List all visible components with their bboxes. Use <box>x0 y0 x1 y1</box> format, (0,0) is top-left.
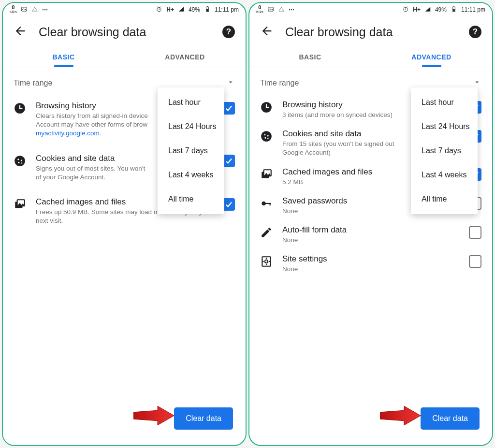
status-kbs-unit: KB/s <box>256 10 263 14</box>
battery-icon <box>204 6 211 14</box>
back-button[interactable] <box>14 24 27 40</box>
menu-opt-last-hour[interactable]: Last hour <box>411 90 478 115</box>
status-kbs: 0 <box>258 4 261 10</box>
status-clock: 11:11 pm <box>215 6 239 13</box>
page-title: Clear browsing data <box>285 25 457 39</box>
alarm-icon <box>156 6 162 14</box>
myactivity-link[interactable]: myactivity.google.com <box>36 130 100 137</box>
help-button[interactable]: ? <box>469 26 481 38</box>
status-kbs-unit: KB/s <box>10 10 17 14</box>
clear-data-button[interactable]: Clear data <box>174 407 233 430</box>
svg-point-14 <box>15 156 25 166</box>
image-stack-icon <box>258 167 275 181</box>
tabs: BASIC ADVANCED <box>3 43 246 67</box>
menu-opt-last-4w[interactable]: Last 4 weeks <box>411 163 478 187</box>
svg-marker-1 <box>32 7 38 11</box>
svg-rect-13 <box>19 108 22 109</box>
row-title: Auto-fill form data <box>282 225 461 235</box>
app-bar: Clear browsing data ? <box>249 16 492 43</box>
triangle-icon <box>278 6 285 14</box>
row-site-settings[interactable]: Site settings None <box>249 249 492 278</box>
tabs: BASIC ADVANCED <box>249 43 492 67</box>
tab-basic[interactable]: BASIC <box>3 43 124 67</box>
svg-point-18 <box>21 162 22 163</box>
svg-point-37 <box>261 131 272 142</box>
signal-icon <box>424 6 431 14</box>
svg-rect-36 <box>266 107 269 108</box>
row-subtitle: None <box>282 236 461 245</box>
svg-rect-32 <box>453 6 454 7</box>
svg-line-6 <box>160 6 161 7</box>
menu-opt-last-4w[interactable]: Last 4 weeks <box>158 163 224 187</box>
status-clock: 11:11 pm <box>461 6 485 13</box>
menu-opt-last-7d[interactable]: Last 7 days <box>411 139 478 163</box>
alarm-icon <box>402 6 409 14</box>
row-title: Site settings <box>282 254 461 264</box>
svg-point-45 <box>262 202 266 206</box>
svg-line-5 <box>157 6 158 7</box>
back-button[interactable] <box>260 24 274 40</box>
page-title: Clear browsing data <box>39 25 211 39</box>
svg-point-17 <box>18 161 19 163</box>
svg-point-40 <box>264 137 266 139</box>
time-range-label: Time range <box>260 79 473 87</box>
svg-line-27 <box>406 9 407 10</box>
status-network-label: H+ <box>166 6 174 13</box>
svg-rect-47 <box>270 203 271 205</box>
menu-opt-last-7d[interactable]: Last 7 days <box>158 139 224 163</box>
svg-line-28 <box>404 6 405 7</box>
menu-opt-last-24h[interactable]: Last 24 Hours <box>158 115 224 139</box>
tab-advanced[interactable]: ADVANCED <box>124 43 246 67</box>
tab-advanced[interactable]: ADVANCED <box>371 43 492 67</box>
svg-line-4 <box>159 9 160 10</box>
chevron-down-icon <box>473 78 481 88</box>
menu-opt-all-time[interactable]: All time <box>158 187 224 211</box>
phone-advanced: 0 KB/s ⋯ H+ 49% 11:11 pm Clear browsing … <box>248 2 493 446</box>
clear-data-button[interactable]: Clear data <box>421 407 480 430</box>
cookie-icon <box>258 129 275 143</box>
pencil-icon <box>258 225 275 239</box>
svg-rect-10 <box>206 9 208 12</box>
status-battery-pct: 49% <box>189 6 200 13</box>
status-network-label: H+ <box>413 6 421 13</box>
menu-opt-last-24h[interactable]: Last 24 Hours <box>411 115 478 139</box>
svg-marker-22 <box>134 406 175 425</box>
help-button[interactable]: ? <box>222 26 235 38</box>
image-stack-icon <box>12 197 28 211</box>
svg-point-41 <box>267 138 268 139</box>
picture-icon <box>267 6 274 14</box>
more-dots-icon: ⋯ <box>42 6 49 13</box>
tab-basic[interactable]: BASIC <box>249 43 371 67</box>
arrow-annotation <box>378 403 422 431</box>
status-bar: 0 KB/s ⋯ H+ 49% 11:11 pm <box>3 3 246 16</box>
row-autofill[interactable]: Auto-fill form data None <box>249 220 492 249</box>
svg-rect-9 <box>207 6 208 7</box>
svg-line-29 <box>407 6 408 7</box>
menu-opt-all-time[interactable]: All time <box>411 187 478 211</box>
more-dots-icon: ⋯ <box>289 6 295 13</box>
svg-rect-33 <box>453 9 455 12</box>
app-bar: Clear browsing data ? <box>3 16 246 43</box>
menu-opt-last-hour[interactable]: Last hour <box>158 90 224 115</box>
svg-point-39 <box>267 135 269 137</box>
time-range-label: Time range <box>14 79 226 87</box>
clock-icon <box>12 101 28 115</box>
checkbox-autofill[interactable] <box>469 226 481 239</box>
checkbox-site-settings[interactable] <box>469 255 481 268</box>
svg-point-49 <box>265 260 268 263</box>
cookie-icon <box>12 154 28 167</box>
row-subtitle: None <box>282 265 461 274</box>
svg-marker-30 <box>425 7 431 11</box>
svg-marker-24 <box>279 7 284 11</box>
arrow-annotation <box>131 403 175 431</box>
status-bar: 0 KB/s ⋯ H+ 49% 11:11 pm <box>249 3 492 16</box>
triangle-icon <box>31 6 38 14</box>
chevron-down-icon <box>226 78 235 88</box>
settings-page-icon <box>258 254 275 268</box>
status-battery-pct: 49% <box>435 6 447 13</box>
phone-basic: 0 KB/s ⋯ H+ 49% 11:11 pm Clear browsing … <box>2 2 247 446</box>
picture-icon <box>21 6 28 14</box>
signal-icon <box>178 6 185 14</box>
svg-point-15 <box>17 159 19 160</box>
time-range-menu: Last hour Last 24 Hours Last 7 days Last… <box>411 87 478 214</box>
